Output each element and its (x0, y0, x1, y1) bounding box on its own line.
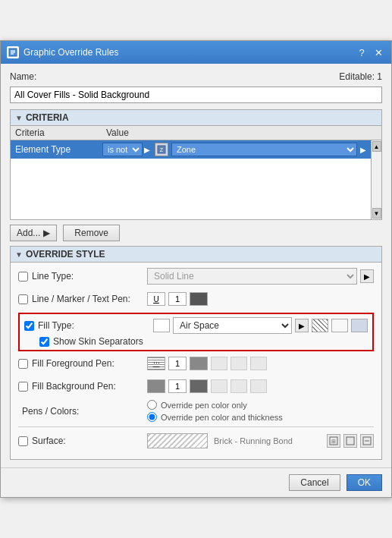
pens-colors-radio-group: Override pen color only Override pen col… (147, 400, 283, 422)
line-marker-label[interactable]: Line / Marker / Text Pen: (18, 294, 147, 304)
fill-bg-control: 1 (147, 379, 374, 393)
value-select[interactable]: Zone (171, 143, 357, 156)
radio-color-thickness[interactable] (147, 412, 157, 422)
fill-bg-pen-number: 1 (168, 379, 187, 393)
add-button[interactable]: Add... ▶ (10, 225, 57, 241)
surface-btn2[interactable] (343, 434, 357, 448)
line-type-row: Line Type: Solid Line ▶ (18, 267, 374, 285)
line-type-arrow[interactable]: ▶ (360, 269, 374, 283)
fill-fg-control: ⋯ 1 (147, 357, 374, 370)
pens-colors-row: Pens / Colors: Override pen color only O… (18, 400, 374, 422)
ok-button[interactable]: OK (347, 474, 382, 491)
cancel-button[interactable]: Cancel (289, 474, 340, 491)
fill-fg-hatch1[interactable] (211, 357, 227, 370)
fill-fg-label[interactable]: Fill Foreground Pen: (18, 358, 147, 369)
surface-btn3[interactable] (360, 434, 374, 448)
fill-hatch-btn3[interactable] (351, 319, 368, 332)
line-type-label[interactable]: Line Type: (18, 271, 147, 282)
criteria-header-row: Criteria Value (11, 126, 381, 140)
fill-type-select[interactable]: Air Space (173, 317, 292, 334)
line-type-select[interactable]: Solid Line (147, 268, 357, 285)
surface-row: Surface: Brick - Running Bond ⊞ (18, 432, 374, 450)
surface-control: Brick - Running Bond ⊞ (147, 433, 374, 448)
line-type-text: Line Type: (32, 271, 74, 282)
svg-rect-8 (347, 437, 354, 445)
show-skin-text: Show Skin Separators (53, 336, 143, 347)
svg-text:⊞: ⊞ (331, 439, 336, 444)
fill-type-box: Fill Type: Air Space ▶ (18, 313, 374, 351)
line-pen-preview: U (147, 292, 165, 306)
fill-bg-hatch1[interactable] (211, 379, 227, 393)
override-section: Line Type: Solid Line ▶ Line / Marker / … (10, 263, 382, 460)
fill-fg-row: Fill Foreground Pen: ⋯ 1 (18, 354, 374, 373)
name-input[interactable] (10, 87, 382, 103)
fill-type-checkbox[interactable] (24, 321, 34, 331)
line-marker-checkbox[interactable] (18, 294, 28, 304)
value-arrow: ▶ (360, 146, 366, 154)
line-color-swatch[interactable] (190, 292, 208, 306)
fill-type-control: Air Space ▶ (153, 317, 368, 334)
fill-bg-pen-preview (147, 379, 165, 393)
radio-label-color-thickness[interactable]: Override pen color and thickness (147, 412, 283, 422)
radio-color-thickness-text: Override pen color and thickness (161, 413, 283, 422)
scroll-down[interactable]: ▼ (372, 208, 381, 219)
fill-fg-swatch[interactable] (190, 357, 208, 370)
op-arrow: ▶ (144, 146, 150, 154)
radio-label-color-only[interactable]: Override pen color only (147, 400, 283, 410)
fill-hatch-btn2[interactable] (331, 319, 348, 332)
surface-preview (147, 433, 208, 448)
line-marker-text: Line / Marker / Text Pen: (32, 294, 130, 304)
fill-fg-checkbox[interactable] (18, 359, 28, 369)
line-pen-number: 1 (168, 292, 187, 306)
fill-bg-text: Fill Background Pen: (32, 381, 116, 392)
criteria-cell-element-type: Element Type (15, 144, 102, 155)
fill-bg-swatch[interactable] (190, 379, 208, 393)
surface-text: Surface: (32, 436, 66, 446)
fill-type-row: Fill Type: Air Space ▶ (24, 317, 368, 334)
title-bar-left: Graphic Override Rules (7, 46, 118, 58)
dialog-title: Graphic Override Rules (24, 47, 118, 58)
fill-fg-pen-number: 1 (168, 357, 187, 370)
line-marker-row: Line / Marker / Text Pen: U 1 (18, 290, 374, 308)
dialog-body: Name: Editable: 1 ▼ CRITERIA Criteria Va… (1, 64, 391, 467)
surface-checkbox[interactable] (18, 436, 28, 446)
fill-fg-hatch2[interactable] (230, 357, 247, 370)
show-skin-checkbox[interactable] (39, 337, 49, 347)
fill-type-label[interactable]: Fill Type: (24, 320, 153, 331)
remove-button[interactable]: Remove (63, 225, 120, 241)
fill-type-text: Fill Type: (38, 320, 74, 331)
graphic-override-rules-dialog: Graphic Override Rules ? ✕ Name: Editabl… (0, 40, 392, 498)
fill-bg-hatch2[interactable] (230, 379, 247, 393)
line-type-checkbox[interactable] (18, 272, 28, 282)
criteria-cell-op: is not is ▶ (102, 143, 150, 156)
radio-color-only-text: Override pen color only (161, 401, 247, 410)
dialog-icon (7, 46, 19, 58)
fill-type-arrow[interactable]: ▶ (295, 319, 309, 332)
fill-bg-checkbox[interactable] (18, 382, 28, 392)
fill-bg-hatch3[interactable] (250, 379, 267, 393)
criteria-cell-value: Z Zone ▶ (155, 143, 366, 156)
surface-label[interactable]: Surface: (18, 436, 147, 446)
name-label: Name: (10, 71, 44, 82)
editable-label: Editable: 1 (339, 71, 382, 82)
criteria-label: CRITERIA (26, 112, 69, 123)
title-bar: Graphic Override Rules ? ✕ (1, 41, 391, 64)
fill-fg-hatch3[interactable] (250, 357, 267, 370)
fill-fg-pen-preview: ⋯ (147, 357, 165, 370)
show-skin-row: Show Skin Separators (24, 336, 368, 347)
radio-color-only[interactable] (147, 400, 157, 410)
fill-bg-label[interactable]: Fill Background Pen: (18, 381, 147, 392)
fill-fg-text: Fill Foreground Pen: (32, 358, 114, 369)
line-type-control: Solid Line ▶ (147, 268, 374, 285)
show-skin-label[interactable]: Show Skin Separators (39, 336, 143, 347)
criteria-content: Element Type is not is ▶ (11, 140, 371, 219)
close-button[interactable]: ✕ (372, 46, 385, 59)
help-button[interactable]: ? (355, 46, 368, 59)
operator-select[interactable]: is not is (102, 143, 143, 156)
scroll-up[interactable]: ▲ (372, 141, 381, 152)
dialog-footer: Cancel OK (1, 467, 391, 497)
surface-btn1[interactable]: ⊞ (327, 434, 340, 448)
fill-hatch-btn1[interactable] (312, 319, 328, 332)
fill-preview (153, 319, 170, 332)
pens-colors-label: Pens / Colors: (18, 406, 147, 417)
